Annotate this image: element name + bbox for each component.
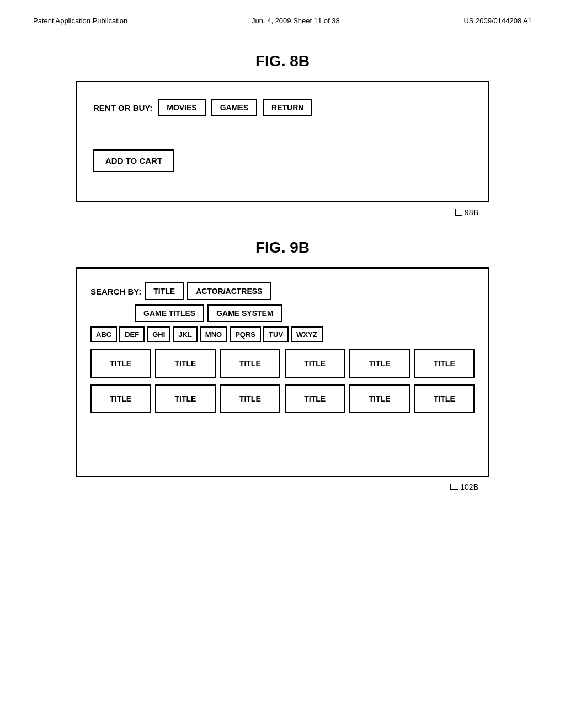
game-titles-button[interactable]: GAME TITLES bbox=[135, 304, 204, 322]
title-button[interactable]: TITLE bbox=[145, 282, 184, 300]
alpha-btn-ghi[interactable]: GHI bbox=[147, 326, 170, 342]
alpha-btn-def[interactable]: DEF bbox=[119, 326, 145, 342]
fig-9b-title: FIG. 9B bbox=[33, 239, 532, 256]
title-grid-row2: TITLETITLETITLETITLETITLETITLE bbox=[90, 384, 475, 413]
header-right: US 2009/0144208 A1 bbox=[463, 17, 532, 25]
fig-8b-ref-container: 98B bbox=[76, 208, 489, 217]
fig-9b-content: SEARCH BY: TITLE ACTOR/ACTRESS GAME TITL… bbox=[88, 280, 477, 422]
title-btn-r1-c1[interactable]: TITLE bbox=[90, 349, 151, 378]
title-btn-r2-c3[interactable]: TITLE bbox=[220, 384, 280, 413]
title-btn-r2-c5[interactable]: TITLE bbox=[349, 384, 409, 413]
fig-8b-title: FIG. 8B bbox=[33, 52, 532, 70]
title-btn-r1-c3[interactable]: TITLE bbox=[220, 349, 280, 378]
alpha-btn-pqrs[interactable]: PQRS bbox=[230, 326, 261, 342]
title-btn-r1-c5[interactable]: TITLE bbox=[349, 349, 409, 378]
title-btn-r1-c4[interactable]: TITLE bbox=[285, 349, 345, 378]
fig-9b-ref: 102B bbox=[460, 483, 478, 491]
title-btn-r1-c2[interactable]: TITLE bbox=[155, 349, 215, 378]
game-search-row: GAME TITLES GAME SYSTEM bbox=[135, 304, 475, 322]
alpha-btn-wxyz[interactable]: WXYZ bbox=[291, 326, 323, 342]
rent-or-buy-label: RENT OR BUY: bbox=[93, 103, 152, 113]
movies-button[interactable]: MOVIES bbox=[158, 99, 205, 116]
title-btn-r2-c2[interactable]: TITLE bbox=[155, 384, 215, 413]
fig-9b-ref-container: 102B bbox=[76, 483, 489, 491]
game-system-button[interactable]: GAME SYSTEM bbox=[207, 304, 282, 322]
alpha-btn-jkl[interactable]: JKL bbox=[173, 326, 198, 342]
title-btn-r2-c4[interactable]: TITLE bbox=[285, 384, 345, 413]
header-left: Patent Application Publication bbox=[33, 17, 127, 25]
alpha-btn-abc[interactable]: ABC bbox=[90, 326, 117, 342]
search-by-row: SEARCH BY: TITLE ACTOR/ACTRESS bbox=[90, 282, 475, 300]
ref-bracket-9b bbox=[450, 484, 458, 490]
fig-9b-section: FIG. 9B SEARCH BY: TITLE ACTOR/ACTRESS G… bbox=[33, 239, 532, 491]
alphabet-row: ABCDEFGHIJKLMNOPQRSTUVWXYZ bbox=[90, 326, 475, 342]
add-to-cart-row: ADD TO CART bbox=[93, 149, 477, 172]
fig-8b-diagram: RENT OR BUY: MOVIES GAMES RETURN ADD TO … bbox=[76, 81, 489, 202]
alpha-btn-tuv[interactable]: TUV bbox=[263, 326, 289, 342]
page: Patent Application Publication Jun. 4, 2… bbox=[0, 0, 565, 728]
title-btn-r2-c1[interactable]: TITLE bbox=[90, 384, 151, 413]
return-button[interactable]: RETURN bbox=[263, 99, 312, 116]
games-button[interactable]: GAMES bbox=[211, 99, 257, 116]
title-btn-r2-c6[interactable]: TITLE bbox=[414, 384, 475, 413]
title-btn-r1-c6[interactable]: TITLE bbox=[414, 349, 475, 378]
header-center: Jun. 4, 2009 Sheet 11 of 38 bbox=[252, 17, 340, 25]
patent-header: Patent Application Publication Jun. 4, 2… bbox=[33, 17, 532, 25]
ref-bracket-8b bbox=[455, 209, 462, 216]
fig-9b-diagram: SEARCH BY: TITLE ACTOR/ACTRESS GAME TITL… bbox=[76, 267, 489, 477]
actor-actress-button[interactable]: ACTOR/ACTRESS bbox=[187, 282, 271, 300]
rent-or-buy-row: RENT OR BUY: MOVIES GAMES RETURN bbox=[93, 99, 477, 116]
fig-8b-ref: 98B bbox=[465, 208, 478, 217]
title-grid-row1: TITLETITLETITLETITLETITLETITLE bbox=[90, 349, 475, 378]
fig-8b-section: FIG. 8B RENT OR BUY: MOVIES GAMES RETURN… bbox=[33, 52, 532, 217]
alpha-btn-mno[interactable]: MNO bbox=[200, 326, 227, 342]
add-to-cart-button[interactable]: ADD TO CART bbox=[93, 149, 174, 172]
search-by-label: SEARCH BY: bbox=[90, 287, 141, 296]
